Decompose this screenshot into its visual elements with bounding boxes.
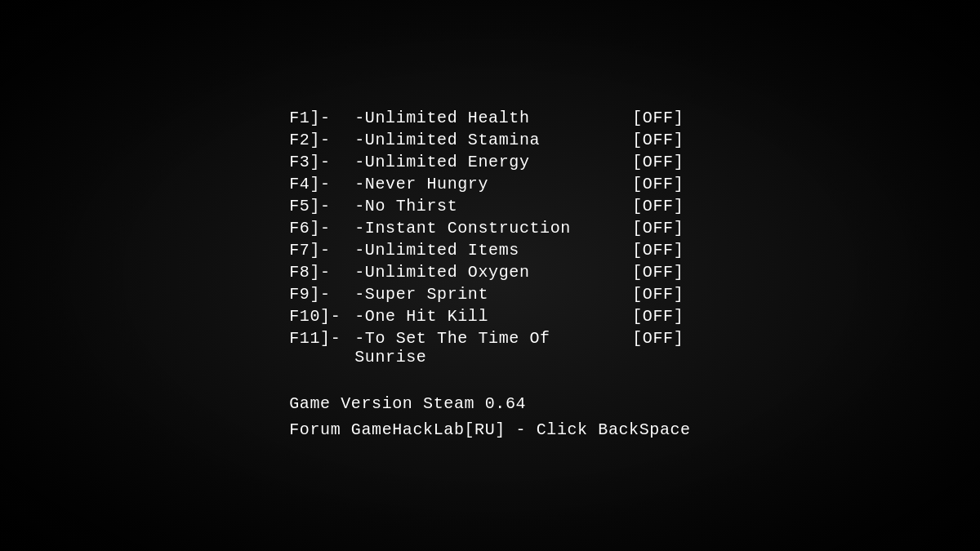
- cheat-item-2[interactable]: F2]--Unlimited Stamina[OFF]: [289, 131, 690, 149]
- cheat-status-8: [OFF]: [632, 263, 684, 282]
- cheat-status-7: [OFF]: [632, 241, 684, 260]
- cheat-name-8: -Unlimited Oxygen: [354, 263, 632, 282]
- key-label-8: F8]-: [289, 263, 354, 282]
- cheat-status-5: [OFF]: [632, 197, 684, 216]
- cheat-list: F1]--Unlimited Health[OFF]F2]--Unlimited…: [289, 109, 690, 367]
- key-label-7: F7]-: [289, 241, 354, 260]
- cheat-name-7: -Unlimited Items: [354, 241, 632, 260]
- cheat-item-10[interactable]: F10]--One Hit Kill[OFF]: [289, 307, 690, 326]
- cheat-status-3: [OFF]: [632, 153, 684, 171]
- key-label-2: F2]-: [289, 131, 354, 149]
- cheat-status-1: [OFF]: [632, 109, 684, 127]
- cheat-status-11: [OFF]: [632, 329, 684, 348]
- cheat-item-8[interactable]: F8]--Unlimited Oxygen[OFF]: [289, 263, 690, 282]
- cheat-item-3[interactable]: F3]--Unlimited Energy[OFF]: [289, 153, 690, 171]
- cheat-status-10: [OFF]: [632, 307, 684, 326]
- cheat-status-9: [OFF]: [632, 285, 684, 304]
- cheat-name-3: -Unlimited Energy: [354, 153, 632, 171]
- cheat-name-1: -Unlimited Health: [354, 109, 632, 127]
- cheat-item-9[interactable]: F9]--Super Sprint[OFF]: [289, 285, 690, 304]
- footer: Game Version Steam 0.64 Forum GameHackLa…: [289, 391, 690, 443]
- cheat-name-2: -Unlimited Stamina: [354, 131, 632, 149]
- cheat-item-5[interactable]: F5]--No Thirst[OFF]: [289, 197, 690, 216]
- key-label-11: F11]-: [289, 329, 354, 348]
- cheat-item-11[interactable]: F11]--To Set The Time Of Sunrise[OFF]: [289, 329, 690, 367]
- key-label-5: F5]-: [289, 197, 354, 216]
- cheat-name-9: -Super Sprint: [354, 285, 632, 304]
- key-label-1: F1]-: [289, 109, 354, 127]
- cheat-status-4: [OFF]: [632, 175, 684, 193]
- cheat-name-10: -One Hit Kill: [354, 307, 632, 326]
- cheat-item-6[interactable]: F6]--Instant Construction[OFF]: [289, 219, 690, 238]
- menu-container: F1]--Unlimited Health[OFF]F2]--Unlimited…: [256, 92, 723, 460]
- screen: F1]--Unlimited Health[OFF]F2]--Unlimited…: [0, 0, 980, 551]
- key-label-10: F10]-: [289, 307, 354, 326]
- cheat-item-4[interactable]: F4]--Never Hungry[OFF]: [289, 175, 690, 193]
- version-text: Game Version Steam 0.64: [289, 391, 690, 417]
- cheat-name-5: -No Thirst: [354, 197, 632, 216]
- key-label-9: F9]-: [289, 285, 354, 304]
- cheat-item-1[interactable]: F1]--Unlimited Health[OFF]: [289, 109, 690, 127]
- cheat-name-4: -Never Hungry: [354, 175, 632, 193]
- key-label-3: F3]-: [289, 153, 354, 171]
- cheat-status-6: [OFF]: [632, 219, 684, 238]
- key-label-4: F4]-: [289, 175, 354, 193]
- cheat-name-6: -Instant Construction: [354, 219, 632, 238]
- cheat-name-11: -To Set The Time Of Sunrise: [354, 329, 632, 367]
- cheat-item-7[interactable]: F7]--Unlimited Items[OFF]: [289, 241, 690, 260]
- cheat-status-2: [OFF]: [632, 131, 684, 149]
- key-label-6: F6]-: [289, 219, 354, 238]
- forum-text: Forum GameHackLab[RU] - Click BackSpace: [289, 417, 690, 443]
